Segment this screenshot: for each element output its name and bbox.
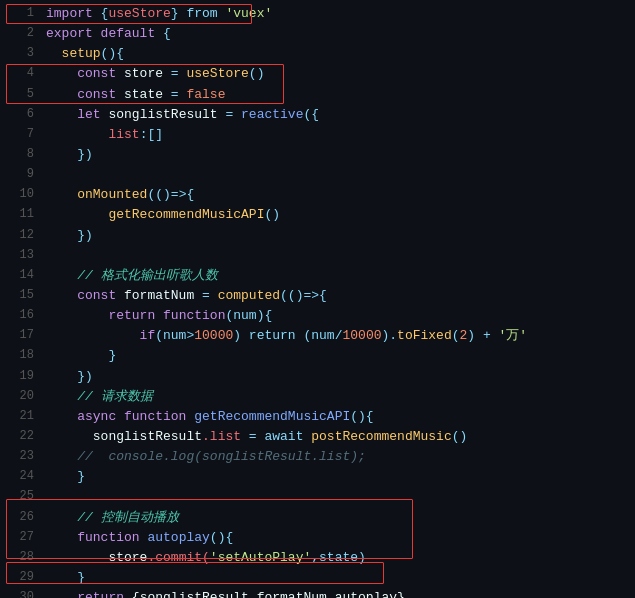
- line-content: }): [46, 145, 635, 165]
- token: {: [319, 288, 327, 303]
- token: ((): [280, 288, 303, 303]
- line-number: 12: [6, 226, 34, 245]
- line-8: 8 }): [0, 145, 635, 165]
- line-number: 2: [6, 24, 34, 43]
- token: false: [186, 87, 225, 102]
- line-content: [46, 487, 635, 507]
- line-number: 22: [6, 427, 34, 446]
- token: store: [46, 550, 147, 565]
- token: (): [249, 66, 265, 81]
- token: return: [46, 590, 132, 598]
- token: const: [46, 288, 124, 303]
- line-27: 27 function autoplay(){: [0, 528, 635, 548]
- token: state: [124, 87, 171, 102]
- line-number: 21: [6, 407, 34, 426]
- token: from: [186, 6, 225, 21]
- token: // 请求数据: [46, 389, 153, 404]
- line-content: }: [46, 568, 635, 588]
- line-content: async function getRecommendMusicAPI(){: [46, 407, 635, 427]
- line-12: 12 }): [0, 226, 635, 246]
- token: useStore: [108, 6, 170, 21]
- line-9: 9: [0, 165, 635, 185]
- line-number: 25: [6, 487, 34, 506]
- line-number: 27: [6, 528, 34, 547]
- line-1: 1import {useStore} from 'vuex': [0, 4, 635, 24]
- line-number: 3: [6, 44, 34, 63]
- token: let: [46, 107, 108, 122]
- token: }: [46, 348, 116, 363]
- token: store: [124, 66, 171, 81]
- line-content: export default {: [46, 24, 635, 44]
- token: return: [46, 308, 163, 323]
- token: const: [46, 87, 124, 102]
- code-editor: 1import {useStore} from 'vuex'2export de…: [0, 0, 635, 598]
- token: function: [163, 308, 225, 323]
- line-11: 11 getRecommendMusicAPI(): [0, 205, 635, 225]
- token: .list: [202, 429, 249, 444]
- line-number: 9: [6, 165, 34, 184]
- token: {: [163, 26, 171, 41]
- token: (num>: [155, 328, 194, 343]
- line-25: 25: [0, 487, 635, 507]
- line-number: 16: [6, 306, 34, 325]
- line-number: 10: [6, 185, 34, 204]
- line-18: 18 }: [0, 346, 635, 366]
- line-3: 3 setup(){: [0, 44, 635, 64]
- token: {: [116, 46, 124, 61]
- line-number: 23: [6, 447, 34, 466]
- line-number: 15: [6, 286, 34, 305]
- token: useStore: [186, 66, 248, 81]
- line-content: }: [46, 467, 635, 487]
- token: =: [225, 107, 241, 122]
- line-content: list:[]: [46, 125, 635, 145]
- token: songlistResult: [46, 429, 202, 444]
- token: }): [46, 369, 93, 384]
- token: // 控制自动播放: [46, 510, 179, 525]
- token: // 格式化输出听歌人数: [46, 268, 218, 283]
- line-content: songlistResult.list = await postRecommen…: [46, 427, 635, 447]
- line-number: 4: [6, 64, 34, 83]
- line-24: 24 }: [0, 467, 635, 487]
- token: getRecommendMusicAPI: [46, 207, 264, 222]
- token: function: [46, 530, 147, 545]
- line-content: // 请求数据: [46, 387, 635, 407]
- token: // console.log(songlistResult.list);: [46, 449, 366, 464]
- line-17: 17 if(num>10000) return (num/10000).toFi…: [0, 326, 635, 346]
- line-number: 24: [6, 467, 34, 486]
- token: {songlistResult,formatNum,autoplay}: [132, 590, 405, 598]
- line-content: // 控制自动播放: [46, 508, 635, 528]
- line-4: 4 const store = useStore(): [0, 64, 635, 84]
- line-content: }: [46, 346, 635, 366]
- token: (num/: [303, 328, 342, 343]
- line-number: 20: [6, 387, 34, 406]
- token: {: [264, 308, 272, 323]
- token: (): [264, 207, 280, 222]
- line-content: [46, 165, 635, 185]
- token: =: [249, 429, 265, 444]
- line-2: 2export default {: [0, 24, 635, 44]
- line-content: getRecommendMusicAPI(): [46, 205, 635, 225]
- token: reactive: [241, 107, 303, 122]
- token: async: [46, 409, 124, 424]
- line-number: 13: [6, 246, 34, 265]
- token: function: [124, 409, 194, 424]
- token: 'setAutoPlay': [210, 550, 311, 565]
- line-content: import {useStore} from 'vuex': [46, 4, 635, 24]
- token: {: [186, 187, 194, 202]
- token: formatNum: [124, 288, 202, 303]
- line-number: 6: [6, 105, 34, 124]
- line-content: const state = false: [46, 85, 635, 105]
- token: export: [46, 26, 101, 41]
- line-number: 17: [6, 326, 34, 345]
- line-content: const store = useStore(): [46, 64, 635, 84]
- token: const: [46, 66, 124, 81]
- token: if: [46, 328, 155, 343]
- line-content: store.commit('setAutoPlay',state): [46, 548, 635, 568]
- token: (num): [225, 308, 264, 323]
- token: toFixed: [397, 328, 452, 343]
- line-content: if(num>10000) return (num/10000).toFixed…: [46, 326, 635, 346]
- line-22: 22 songlistResult.list = await postRecom…: [0, 427, 635, 447]
- token: =: [202, 288, 218, 303]
- line-14: 14 // 格式化输出听歌人数: [0, 266, 635, 286]
- token: list: [46, 127, 140, 142]
